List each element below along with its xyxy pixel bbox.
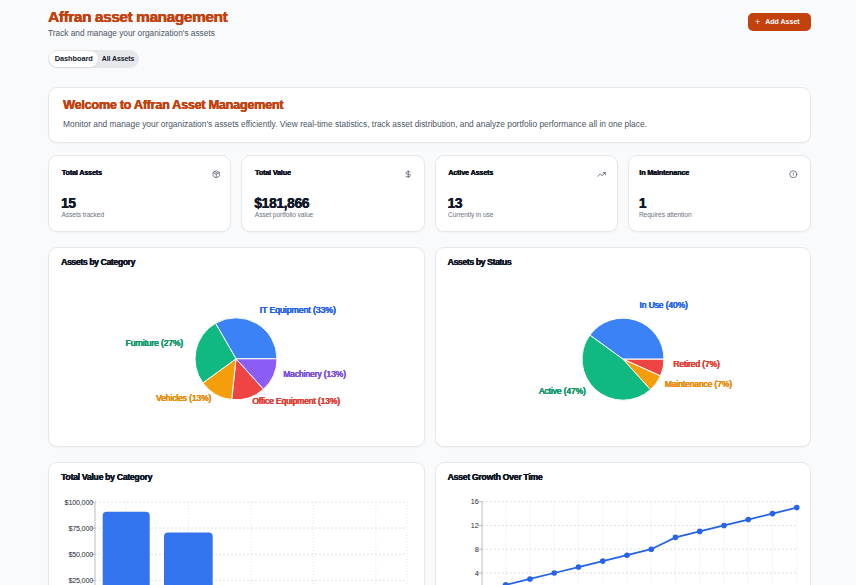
svg-text:$100,000: $100,000 [65,498,94,507]
svg-text:8: 8 [474,545,478,554]
svg-text:4: 4 [474,569,478,578]
svg-text:$25,000: $25,000 [68,576,93,585]
svg-text:12: 12 [470,521,478,530]
svg-text:$50,000: $50,000 [68,550,93,559]
svg-text:16: 16 [470,497,478,506]
svg-text:$75,000: $75,000 [68,524,93,533]
